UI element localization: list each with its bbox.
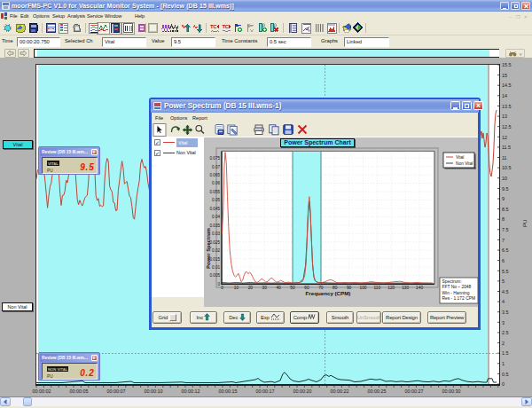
svg-text:13: 13	[502, 114, 507, 119]
svg-text:6: 6	[502, 258, 505, 263]
svg-text:1: 1	[502, 361, 505, 366]
svg-text:4.5: 4.5	[502, 289, 509, 294]
svg-text:14: 14	[502, 93, 507, 98]
svg-text:130: 130	[402, 286, 409, 290]
svg-text:15: 15	[502, 73, 507, 78]
svg-text:100: 100	[359, 286, 366, 290]
svg-text:5.5: 5.5	[502, 269, 509, 274]
svg-text:8: 8	[502, 216, 505, 222]
svg-text:11: 11	[502, 155, 507, 161]
svg-text:4: 4	[502, 299, 505, 304]
svg-text:1.5: 1.5	[502, 350, 509, 356]
svg-text:20: 20	[248, 286, 254, 290]
svg-text:0.5: 0.5	[502, 372, 509, 377]
svg-text:0.075: 0.075	[210, 156, 221, 161]
svg-text:14.5: 14.5	[502, 82, 512, 88]
svg-text:11.5: 11.5	[502, 145, 511, 150]
svg-text:00:00:15: 00:00:15	[219, 388, 238, 394]
svg-text:00:00:30: 00:00:30	[442, 388, 461, 394]
svg-text:15.5: 15.5	[502, 62, 512, 67]
svg-text:Win - Hanning: Win - Hanning	[442, 291, 470, 295]
svg-text:0.07: 0.07	[212, 165, 220, 169]
svg-text:00:00:25: 00:00:25	[368, 388, 387, 394]
svg-text:00:00:05: 00:00:05	[70, 388, 89, 394]
svg-text:0.01: 0.01	[212, 265, 220, 270]
svg-text:10.5: 10.5	[502, 165, 512, 170]
svg-text:00:00:02: 00:00:02	[33, 388, 51, 394]
svg-text:0.06: 0.06	[212, 181, 220, 185]
svg-text:3.5: 3.5	[502, 310, 509, 315]
svg-text:10: 10	[234, 286, 239, 290]
svg-text:140: 140	[416, 286, 423, 290]
svg-text:0.055: 0.055	[210, 190, 221, 194]
svg-text:0.04: 0.04	[212, 215, 220, 219]
svg-text:2.5: 2.5	[502, 330, 509, 335]
svg-text:120: 120	[387, 286, 395, 290]
svg-text:FFT No – 2048: FFT No – 2048	[442, 285, 472, 289]
svg-text:30: 30	[262, 286, 268, 290]
svg-text:Non Vital: Non Vital	[456, 161, 473, 166]
svg-text:Spectrum:: Spectrum:	[442, 279, 462, 284]
svg-text:0: 0	[221, 286, 223, 290]
svg-text:0.065: 0.065	[210, 173, 221, 177]
svg-text:00:00:07: 00:00:07	[107, 388, 126, 394]
svg-text:0.015: 0.015	[210, 257, 221, 262]
svg-text:6.5: 6.5	[502, 247, 509, 253]
svg-text:PU: PU	[522, 220, 528, 227]
svg-text:7.5: 7.5	[502, 227, 509, 232]
svg-text:Frequency (CPM): Frequency (CPM)	[306, 290, 351, 296]
svg-text:5: 5	[502, 279, 505, 284]
svg-text:0.005: 0.005	[210, 273, 221, 278]
svg-text:00:00:27: 00:00:27	[405, 388, 424, 394]
svg-text:12: 12	[502, 135, 507, 140]
svg-text:Power Spectrum: Power Spectrum	[206, 228, 211, 269]
svg-text:13.5: 13.5	[502, 104, 512, 109]
svg-text:2: 2	[502, 341, 505, 346]
svg-text:7: 7	[502, 238, 505, 243]
svg-text:00:00:10: 00:00:10	[145, 388, 163, 394]
svg-text:10: 10	[502, 176, 507, 181]
svg-text:00:00:22: 00:00:22	[331, 388, 349, 394]
svg-text:0.03: 0.03	[212, 231, 220, 236]
svg-text:0.02: 0.02	[212, 248, 220, 253]
svg-text:110: 110	[374, 286, 381, 290]
svg-text:00:00:20: 00:00:20	[293, 388, 312, 394]
svg-text:9.5: 9.5	[502, 186, 509, 192]
svg-text:9: 9	[502, 196, 505, 201]
svg-text:0.035: 0.035	[210, 224, 221, 228]
svg-text:0: 0	[502, 381, 505, 387]
svg-text:Res - 1.172 CPM: Res - 1.172 CPM	[442, 296, 476, 301]
svg-text:12.5: 12.5	[502, 124, 512, 129]
svg-text:8.5: 8.5	[502, 207, 509, 212]
svg-text:3: 3	[502, 320, 505, 326]
svg-text:0.025: 0.025	[210, 240, 221, 245]
svg-text:Vital: Vital	[456, 155, 464, 160]
svg-text:0.045: 0.045	[210, 207, 221, 211]
svg-text:00:00:17: 00:00:17	[256, 388, 275, 394]
svg-text:40: 40	[276, 286, 281, 290]
svg-text:50: 50	[290, 286, 295, 290]
svg-text:00:00:12: 00:00:12	[182, 388, 200, 394]
svg-text:0: 0	[217, 282, 220, 286]
svg-text:0.05: 0.05	[212, 198, 220, 202]
